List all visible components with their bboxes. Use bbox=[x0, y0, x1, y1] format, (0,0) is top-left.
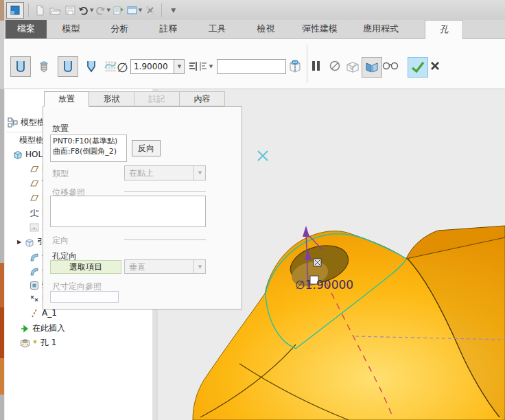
tab-model[interactable]: 模型 bbox=[47, 20, 95, 38]
model-tree-filter[interactable]: 模型樹 bbox=[19, 135, 44, 146]
placement-references-list[interactable]: PNT0:F10(基準點) 曲面:F8(倒圓角_2) bbox=[50, 135, 127, 162]
offset-references-list[interactable] bbox=[50, 196, 206, 227]
threaded-hole-icon bbox=[37, 60, 51, 73]
tree-item-hole-1[interactable]: * 孔 1 bbox=[20, 337, 56, 349]
simple-hole-icon bbox=[14, 60, 27, 73]
flat-bottom-hole-icon bbox=[61, 60, 75, 73]
toolbar-divider bbox=[307, 45, 307, 83]
no-preview-icon bbox=[329, 60, 341, 72]
model-tree-title: 模型樹 bbox=[21, 117, 45, 128]
placement-reference-primary[interactable]: PNT0:F10(基準點) bbox=[53, 136, 124, 146]
type-dropdown: 在點上 ▼ bbox=[124, 165, 206, 180]
tab-hole[interactable]: 孔 bbox=[425, 20, 463, 39]
divider bbox=[124, 240, 206, 240]
application-window: ▼ ▼ ▼ bbox=[0, 0, 505, 420]
diameter-dropdown[interactable]: ▼ bbox=[174, 59, 185, 74]
placement-reference-secondary[interactable]: 曲面:F8(倒圓角_2) bbox=[53, 146, 124, 156]
insert-here-icon bbox=[20, 325, 30, 333]
close-window-button[interactable] bbox=[143, 2, 157, 19]
expand-arrow-icon[interactable]: ▶ bbox=[17, 239, 21, 245]
panel-tab-shape[interactable]: 形狀 bbox=[89, 91, 134, 106]
datum-plane-icon bbox=[30, 179, 39, 187]
close-window-icon bbox=[145, 5, 155, 15]
v-bottom-hole-button[interactable] bbox=[81, 56, 102, 77]
pause-button[interactable] bbox=[310, 60, 321, 72]
shaded-preview-button[interactable] bbox=[362, 57, 382, 78]
ribbon-tab-bar: 檔案 模型 分析 註釋 工具 檢視 彈性建模 應用程式 孔 bbox=[0, 20, 505, 39]
depth-option-icon bbox=[188, 60, 209, 73]
pause-icon bbox=[310, 60, 321, 72]
placement-panel-body: 放置 PNT0:F10(基準點) 曲面:F8(倒圓角_2) 反向 類型 在點上 … bbox=[43, 106, 242, 310]
panel-tab-placement[interactable]: 放置 bbox=[44, 91, 89, 107]
tab-view[interactable]: 檢視 bbox=[242, 20, 290, 38]
tree-item-extrude[interactable]: ▶ 引 bbox=[17, 236, 45, 248]
app-logo-button[interactable] bbox=[6, 2, 24, 19]
tab-tools[interactable]: 工具 bbox=[193, 20, 242, 38]
regenerate-icon bbox=[113, 5, 124, 16]
depth-handle[interactable] bbox=[314, 259, 321, 266]
modified-star: * bbox=[33, 338, 37, 348]
regenerate-button[interactable] bbox=[112, 2, 126, 19]
divider bbox=[124, 191, 206, 192]
no-preview-button[interactable] bbox=[329, 60, 341, 72]
redo-dropdown-arrow[interactable]: ▼ bbox=[106, 8, 110, 13]
new-button[interactable] bbox=[33, 2, 47, 19]
csys-icon bbox=[30, 208, 39, 217]
tab-analysis[interactable]: 分析 bbox=[95, 20, 144, 38]
flat-bottom-hole-button[interactable] bbox=[58, 56, 78, 77]
tree-item-axis[interactable]: A_1 bbox=[30, 308, 57, 318]
panel-tab-properties[interactable]: 內容 bbox=[180, 91, 225, 106]
tree-item-insert-here[interactable]: 在此插入 bbox=[20, 323, 65, 334]
tab-annotate[interactable]: 註釋 bbox=[144, 20, 193, 38]
diameter-input[interactable] bbox=[130, 59, 174, 74]
simple-hole-button[interactable] bbox=[10, 56, 31, 77]
panel-tab-bar: 放置 形狀 註記 內容 bbox=[44, 91, 225, 106]
ok-button[interactable] bbox=[408, 57, 428, 78]
toolbar-options-button[interactable]: ▼ bbox=[166, 2, 180, 19]
diameter-dimension-label[interactable]: ∅1.90000 bbox=[295, 278, 353, 292]
open-folder-icon bbox=[49, 5, 61, 16]
hole-feature-icon bbox=[20, 338, 30, 348]
windows-button[interactable]: ▼ bbox=[127, 2, 142, 19]
tree-item-label: A_1 bbox=[42, 308, 57, 318]
part-icon bbox=[13, 150, 23, 159]
glasses-icon bbox=[382, 60, 399, 71]
sketch-icon bbox=[30, 223, 39, 232]
verify-wireframe-icon bbox=[345, 60, 360, 74]
flip-button[interactable]: 反向 bbox=[132, 140, 161, 156]
model-tree-icon bbox=[8, 117, 18, 128]
undo-icon bbox=[78, 5, 89, 15]
round-icon bbox=[30, 266, 39, 276]
dim-orientation-field[interactable] bbox=[50, 291, 119, 303]
windows-dropdown-arrow[interactable]: ▼ bbox=[139, 8, 142, 13]
depth-option-button[interactable]: ▼ bbox=[187, 58, 214, 75]
undo-dropdown-arrow[interactable]: ▼ bbox=[90, 8, 93, 13]
standard-hole-button[interactable] bbox=[34, 56, 54, 77]
undo-button[interactable]: ▼ bbox=[78, 2, 93, 19]
tab-applications[interactable]: 應用程式 bbox=[349, 20, 412, 38]
lightweight-hole-icon bbox=[287, 58, 303, 75]
save-button[interactable] bbox=[63, 2, 77, 19]
tab-file[interactable]: 檔案 bbox=[5, 20, 47, 38]
redo-button[interactable]: ▼ bbox=[95, 2, 110, 19]
panel-tab-note: 註記 bbox=[134, 91, 180, 106]
datum-plane-icon bbox=[30, 194, 39, 202]
select-items-field[interactable]: 選取項目 bbox=[50, 260, 121, 274]
depth-dropdown-arrow[interactable]: ▼ bbox=[209, 64, 213, 69]
verify-preview-button[interactable] bbox=[342, 57, 363, 78]
type-value: 在點上 bbox=[125, 166, 193, 180]
tab-flexible-modeling[interactable]: 彈性建模 bbox=[290, 20, 349, 38]
save-icon bbox=[65, 5, 75, 16]
depth-value-input[interactable] bbox=[217, 59, 286, 74]
cancel-button[interactable] bbox=[430, 60, 441, 71]
open-button[interactable] bbox=[48, 2, 62, 19]
extrude-icon bbox=[25, 237, 34, 247]
model-tree-header[interactable]: 模型樹 bbox=[8, 117, 45, 128]
window-icon bbox=[127, 5, 138, 15]
cancel-x-icon bbox=[430, 60, 441, 71]
check-icon bbox=[410, 60, 425, 74]
lightweight-hole-button[interactable] bbox=[287, 58, 303, 75]
diameter-symbol: ∅ bbox=[117, 60, 128, 75]
feature-preview-button[interactable] bbox=[382, 60, 399, 71]
sketched-profile-icon bbox=[104, 60, 117, 73]
